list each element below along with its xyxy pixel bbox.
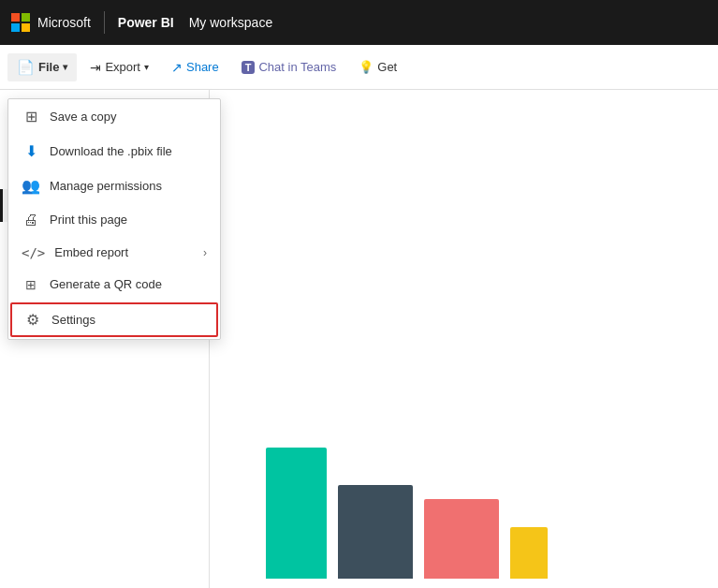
settings-item[interactable]: ⚙ Settings (10, 302, 218, 337)
file-menu-container: 📄 File ▾ ⊞ Save a copy ⬇ Download the .p… (7, 53, 77, 81)
settings-icon: ⚙ (23, 311, 42, 329)
settings-label: Settings (51, 313, 95, 327)
qr-icon: ⊞ (22, 277, 40, 292)
embed-report-label: Embed report (54, 245, 128, 259)
file-chevron-icon: ▾ (63, 62, 67, 72)
share-icon: ↗ (171, 60, 183, 75)
embed-report-arrow-icon: › (203, 246, 207, 259)
generate-qr-label: Generate a QR code (50, 277, 162, 291)
file-icon: 📄 (17, 59, 35, 76)
save-copy-icon: ⊞ (22, 108, 40, 125)
topbar-divider (104, 11, 105, 34)
embed-icon: </> (22, 245, 45, 260)
embed-report-item[interactable]: </> Embed report › (8, 237, 220, 269)
chart-area (210, 438, 718, 588)
bar-red (424, 499, 499, 579)
toolbar: 📄 File ▾ ⊞ Save a copy ⬇ Download the .p… (0, 45, 718, 90)
teams-icon: T (242, 61, 256, 74)
chat-teams-button[interactable]: T Chat in Teams (232, 54, 346, 80)
embed-report-left: </> Embed report (22, 245, 128, 260)
export-icon: ⇥ (90, 60, 101, 75)
chat-teams-label: Chat in Teams (258, 60, 336, 74)
save-copy-label: Save a copy (50, 110, 117, 124)
get-button[interactable]: 💡 Get (349, 54, 406, 80)
microsoft-label: Microsoft (37, 15, 91, 30)
ms-logo-yellow (22, 23, 30, 32)
save-copy-item[interactable]: ⊞ Save a copy (8, 99, 220, 134)
ms-logo-grid (11, 13, 30, 32)
export-button[interactable]: ⇥ Export ▾ (81, 54, 158, 81)
bar-yellow (510, 527, 548, 579)
file-button[interactable]: 📄 File ▾ (7, 53, 77, 81)
download-icon: ⬇ (22, 142, 40, 160)
get-label: Get (377, 60, 397, 74)
manage-permissions-item[interactable]: 👥 Manage permissions (8, 169, 220, 203)
content-area (210, 90, 718, 588)
microsoft-logo: Microsoft (11, 13, 91, 32)
generate-qr-item[interactable]: ⊞ Generate a QR code (8, 269, 220, 301)
manage-permissions-icon: 👥 (22, 177, 40, 195)
share-label: Share (186, 60, 219, 74)
print-page-item[interactable]: 🖨 Print this page (8, 203, 220, 237)
bulb-icon: 💡 (359, 60, 374, 74)
print-icon: 🖨 (22, 212, 40, 228)
bar-dark (338, 485, 413, 579)
powerbi-label: Power BI (118, 15, 174, 30)
ms-logo-green (22, 13, 30, 22)
export-label: Export (105, 60, 140, 74)
ms-logo-blue (11, 23, 20, 32)
manage-permissions-label: Manage permissions (50, 179, 162, 193)
workspace-label: My workspace (189, 15, 272, 30)
download-pbix-item[interactable]: ⬇ Download the .pbix file (8, 134, 220, 169)
print-page-label: Print this page (50, 213, 127, 227)
export-chevron-icon: ▾ (144, 62, 149, 72)
file-label: File (38, 60, 59, 74)
bar-teal (266, 448, 327, 579)
file-dropdown-menu: ⊞ Save a copy ⬇ Download the .pbix file … (7, 98, 221, 340)
top-bar: Microsoft Power BI My workspace (0, 0, 718, 45)
share-button[interactable]: ↗ Share (162, 54, 228, 81)
download-pbix-label: Download the .pbix file (50, 144, 172, 158)
ms-logo-red (11, 13, 20, 22)
